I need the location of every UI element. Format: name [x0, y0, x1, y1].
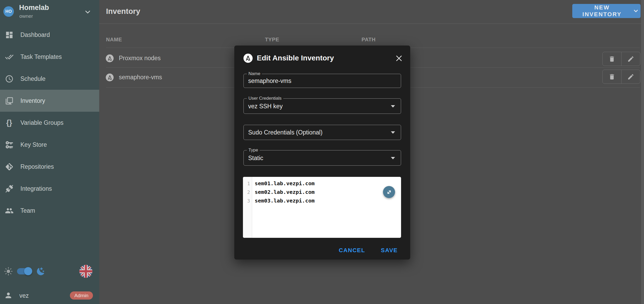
sidebar-item-label: Inventory: [20, 97, 45, 104]
inventory-code-editor[interactable]: 1 2 3 sem01.lab.vezpi.com sem02.lab.vezp…: [243, 177, 401, 238]
expand-icon: [386, 189, 392, 195]
scrollbar[interactable]: [641, 0, 644, 304]
chevron-down-icon: [633, 8, 639, 14]
braces-icon: {}: [4, 118, 14, 127]
sidebar-item-label: Variable Groups: [20, 119, 64, 126]
name-input[interactable]: Name semaphore-vms: [243, 74, 401, 88]
code-line: sem03.lab.vezpi.com: [255, 196, 401, 205]
user-credentials-value: vez SSH key: [248, 103, 283, 110]
delete-button[interactable]: [603, 70, 621, 83]
ansible-icon: [106, 74, 114, 81]
user-name: vez: [19, 292, 29, 299]
keys-icon: [4, 140, 14, 149]
sidebar-item-label: Task Templates: [20, 53, 62, 60]
sidebar-item-dashboard[interactable]: Dashboard: [0, 24, 99, 46]
dropdown-caret-icon: [391, 131, 395, 134]
ansible-icon: [243, 54, 253, 63]
sidebar-item-integrations[interactable]: Integrations: [0, 178, 99, 200]
sudo-credentials-select[interactable]: Sudo Credentials (Optional): [243, 125, 401, 140]
new-inventory-label: NEW INVENTORY: [574, 4, 630, 18]
delete-button[interactable]: [603, 52, 621, 66]
user-menu[interactable]: vez Admin: [0, 288, 99, 304]
edit-icon: [627, 55, 634, 63]
type-select[interactable]: Type Static: [243, 150, 401, 166]
name-label: Name: [247, 71, 262, 76]
toggle-thumb: [24, 267, 32, 275]
plug-icon: [4, 184, 14, 193]
project-switcher[interactable]: HO Homelab owner: [0, 0, 99, 24]
code-line: sem01.lab.vezpi.com: [255, 179, 401, 188]
user-credentials-label: User Credentials: [247, 96, 283, 101]
delete-icon: [608, 55, 615, 63]
sidebar-item-key-store[interactable]: Key Store: [0, 134, 99, 156]
moon-stars-icon: [36, 267, 46, 276]
project-role: owner: [19, 13, 33, 19]
git-icon: [4, 162, 14, 171]
column-header-path: PATH: [362, 37, 376, 43]
dashboard-icon: [4, 30, 14, 40]
uk-flag-icon[interactable]: [79, 265, 92, 278]
delete-icon: [608, 73, 615, 80]
people-icon: [4, 206, 14, 215]
name-value: semaphore-vms: [248, 77, 291, 85]
page-title: Inventory: [106, 7, 140, 16]
person-icon: [4, 291, 13, 300]
monitors-icon: [4, 96, 14, 105]
sidebar-item-label: Key Store: [20, 141, 47, 148]
sidebar-item-label: Team: [20, 207, 35, 214]
save-button[interactable]: SAVE: [381, 247, 398, 254]
edit-button[interactable]: [621, 70, 640, 83]
topbar: Inventory NEW INVENTORY: [99, 0, 644, 24]
column-header-name: NAME: [106, 37, 122, 43]
dialog-title: Edit Ansible Inventory: [257, 54, 334, 62]
dark-mode-toggle[interactable]: [17, 268, 32, 274]
close-icon[interactable]: [395, 54, 403, 62]
expand-editor-button[interactable]: [383, 186, 395, 198]
type-label: Type: [247, 148, 260, 153]
user-credentials-select[interactable]: User Credentials vez SSH key: [243, 98, 401, 114]
column-header-type: TYPE: [265, 37, 279, 43]
sidebar-item-team[interactable]: Team: [0, 200, 99, 222]
sidebar: HO Homelab owner Dashboard Task Template…: [0, 0, 99, 304]
edit-inventory-dialog: Edit Ansible Inventory Name semaphore-vm…: [234, 46, 410, 260]
dialog-actions: CANCEL SAVE: [339, 247, 398, 254]
code-line: sem02.lab.vezpi.com: [255, 188, 401, 196]
table-row-name: semaphore-vms: [119, 74, 162, 81]
sidebar-item-label: Dashboard: [20, 31, 50, 38]
done-all-icon: [4, 52, 14, 61]
sidebar-item-variable-groups[interactable]: {} Variable Groups: [0, 112, 99, 134]
line-number: 2: [243, 188, 252, 196]
new-inventory-button[interactable]: NEW INVENTORY: [572, 4, 641, 18]
edit-icon: [627, 73, 634, 80]
cancel-button[interactable]: CANCEL: [339, 247, 365, 254]
project-name: Homelab: [19, 4, 49, 12]
clock-icon: [4, 74, 14, 83]
dropdown-caret-icon: [391, 157, 395, 159]
theme-switcher-row: [0, 263, 99, 280]
ansible-icon: [106, 54, 114, 62]
sidebar-item-label: Repositories: [20, 163, 54, 170]
sidebar-nav: Dashboard Task Templates Schedule Invent…: [0, 24, 99, 222]
table-row-name: Proxmox nodes: [119, 55, 161, 62]
row-actions: [602, 70, 640, 84]
edit-button[interactable]: [621, 52, 640, 66]
sidebar-item-repositories[interactable]: Repositories: [0, 156, 99, 178]
sidebar-item-schedule[interactable]: Schedule: [0, 68, 99, 90]
editor-gutter: 1 2 3: [243, 177, 252, 238]
line-number: 1: [243, 179, 252, 188]
sidebar-item-task-templates[interactable]: Task Templates: [0, 46, 99, 68]
project-avatar: HO: [3, 6, 14, 17]
admin-badge: Admin: [70, 291, 93, 300]
sudo-credentials-placeholder: Sudo Credentials (Optional): [248, 129, 323, 136]
sidebar-item-label: Schedule: [20, 75, 46, 82]
sidebar-item-inventory[interactable]: Inventory: [0, 90, 99, 112]
type-value: Static: [248, 154, 263, 161]
sidebar-item-label: Integrations: [20, 185, 52, 192]
dropdown-caret-icon: [391, 105, 395, 108]
sun-icon: [4, 267, 13, 276]
row-actions: [602, 52, 640, 66]
chevron-down-icon: [84, 8, 92, 16]
line-number: 3: [243, 196, 252, 205]
editor-code-area: sem01.lab.vezpi.com sem02.lab.vezpi.com …: [252, 177, 401, 238]
